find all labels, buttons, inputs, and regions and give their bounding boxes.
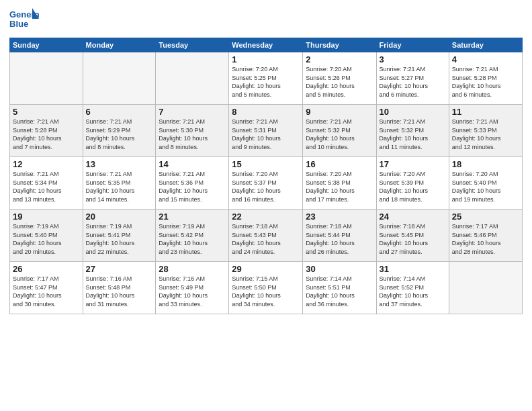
day-info: Sunrise: 7:19 AM Sunset: 5:42 PM Dayligh… [159,222,226,256]
calendar-day-cell: 27Sunrise: 7:16 AM Sunset: 5:48 PM Dayli… [83,262,156,314]
page-header: General Blue [9,7,523,34]
day-number: 25 [452,212,519,222]
day-number: 9 [306,107,373,117]
calendar-week-row: 1Sunrise: 7:20 AM Sunset: 5:25 PM Daylig… [10,52,523,105]
calendar-day-cell [10,52,83,105]
day-info: Sunrise: 7:21 AM Sunset: 5:30 PM Dayligh… [159,118,226,151]
calendar-week-row: 19Sunrise: 7:19 AM Sunset: 5:40 PM Dayli… [10,210,523,262]
day-number: 13 [86,159,153,169]
day-number: 23 [306,212,373,222]
day-number: 24 [380,212,446,222]
day-info: Sunrise: 7:21 AM Sunset: 5:27 PM Dayligh… [380,65,446,99]
day-info: Sunrise: 7:16 AM Sunset: 5:48 PM Dayligh… [86,275,153,308]
calendar-day-cell: 21Sunrise: 7:19 AM Sunset: 5:42 PM Dayli… [156,210,229,262]
day-number: 19 [13,212,80,222]
calendar-day-cell: 8Sunrise: 7:21 AM Sunset: 5:31 PM Daylig… [229,105,303,157]
day-info: Sunrise: 7:21 AM Sunset: 5:36 PM Dayligh… [159,170,226,203]
day-info: Sunrise: 7:20 AM Sunset: 5:25 PM Dayligh… [232,65,300,99]
day-info: Sunrise: 7:21 AM Sunset: 5:29 PM Dayligh… [86,118,153,151]
calendar-day-cell: 18Sunrise: 7:20 AM Sunset: 5:40 PM Dayli… [449,157,522,210]
page-container: General Blue SundayMondayTuesdayWednesda… [0,0,532,411]
calendar-header-row: SundayMondayTuesdayWednesdayThursdayFrid… [10,38,523,52]
calendar-day-cell: 7Sunrise: 7:21 AM Sunset: 5:30 PM Daylig… [156,105,229,157]
calendar-week-row: 26Sunrise: 7:17 AM Sunset: 5:47 PM Dayli… [10,262,523,314]
day-number: 14 [159,159,226,169]
day-info: Sunrise: 7:14 AM Sunset: 5:51 PM Dayligh… [306,275,373,308]
weekday-header: Friday [376,38,449,52]
calendar-day-cell [156,52,229,105]
day-number: 10 [380,107,446,117]
day-info: Sunrise: 7:21 AM Sunset: 5:33 PM Dayligh… [452,118,519,151]
calendar-day-cell: 24Sunrise: 7:18 AM Sunset: 5:45 PM Dayli… [376,210,449,262]
weekday-header: Tuesday [156,38,229,52]
calendar-day-cell: 30Sunrise: 7:14 AM Sunset: 5:51 PM Dayli… [303,262,376,314]
day-info: Sunrise: 7:21 AM Sunset: 5:32 PM Dayligh… [306,118,373,151]
calendar-day-cell: 13Sunrise: 7:21 AM Sunset: 5:35 PM Dayli… [83,157,156,210]
day-number: 17 [380,159,446,169]
day-number: 27 [86,264,153,274]
day-info: Sunrise: 7:20 AM Sunset: 5:26 PM Dayligh… [306,65,373,99]
day-info: Sunrise: 7:18 AM Sunset: 5:44 PM Dayligh… [306,222,373,256]
day-info: Sunrise: 7:21 AM Sunset: 5:31 PM Dayligh… [232,118,300,151]
day-number: 26 [13,264,80,274]
calendar-day-cell: 10Sunrise: 7:21 AM Sunset: 5:32 PM Dayli… [376,105,449,157]
day-number: 8 [232,107,300,117]
day-number: 30 [306,264,373,274]
day-info: Sunrise: 7:16 AM Sunset: 5:49 PM Dayligh… [159,275,226,308]
day-number: 4 [452,54,519,64]
day-info: Sunrise: 7:20 AM Sunset: 5:40 PM Dayligh… [452,170,519,203]
day-number: 31 [380,264,446,274]
calendar-day-cell: 4Sunrise: 7:21 AM Sunset: 5:28 PM Daylig… [449,52,522,105]
day-number: 1 [232,54,300,64]
day-info: Sunrise: 7:18 AM Sunset: 5:43 PM Dayligh… [232,222,300,256]
day-info: Sunrise: 7:19 AM Sunset: 5:40 PM Dayligh… [13,222,80,256]
day-number: 12 [13,159,80,169]
calendar-day-cell: 19Sunrise: 7:19 AM Sunset: 5:40 PM Dayli… [10,210,83,262]
calendar-day-cell: 22Sunrise: 7:18 AM Sunset: 5:43 PM Dayli… [229,210,303,262]
calendar-day-cell: 14Sunrise: 7:21 AM Sunset: 5:36 PM Dayli… [156,157,229,210]
day-number: 29 [232,264,300,274]
calendar-day-cell: 16Sunrise: 7:20 AM Sunset: 5:38 PM Dayli… [303,157,376,210]
day-info: Sunrise: 7:18 AM Sunset: 5:45 PM Dayligh… [380,222,446,256]
day-info: Sunrise: 7:21 AM Sunset: 5:35 PM Dayligh… [86,170,153,203]
calendar-day-cell [83,52,156,105]
weekday-header: Monday [83,38,156,52]
calendar-day-cell: 17Sunrise: 7:20 AM Sunset: 5:39 PM Dayli… [376,157,449,210]
calendar-day-cell: 11Sunrise: 7:21 AM Sunset: 5:33 PM Dayli… [449,105,522,157]
calendar-day-cell: 25Sunrise: 7:17 AM Sunset: 5:46 PM Dayli… [449,210,522,262]
calendar-day-cell: 15Sunrise: 7:20 AM Sunset: 5:37 PM Dayli… [229,157,303,210]
calendar-day-cell: 6Sunrise: 7:21 AM Sunset: 5:29 PM Daylig… [83,105,156,157]
weekday-header: Thursday [303,38,376,52]
day-number: 20 [86,212,153,222]
day-info: Sunrise: 7:21 AM Sunset: 5:28 PM Dayligh… [452,65,519,99]
logo: General Blue [9,7,39,34]
calendar-day-cell: 29Sunrise: 7:15 AM Sunset: 5:50 PM Dayli… [229,262,303,314]
calendar-day-cell: 2Sunrise: 7:20 AM Sunset: 5:26 PM Daylig… [303,52,376,105]
day-info: Sunrise: 7:15 AM Sunset: 5:50 PM Dayligh… [232,275,300,308]
day-number: 15 [232,159,300,169]
day-number: 21 [159,212,226,222]
calendar-table: SundayMondayTuesdayWednesdayThursdayFrid… [9,38,523,314]
calendar-day-cell: 23Sunrise: 7:18 AM Sunset: 5:44 PM Dayli… [303,210,376,262]
weekday-header: Saturday [449,38,522,52]
day-info: Sunrise: 7:20 AM Sunset: 5:37 PM Dayligh… [232,170,300,203]
day-number: 11 [452,107,519,117]
calendar-day-cell: 20Sunrise: 7:19 AM Sunset: 5:41 PM Dayli… [83,210,156,262]
day-info: Sunrise: 7:20 AM Sunset: 5:38 PM Dayligh… [306,170,373,203]
calendar-day-cell: 1Sunrise: 7:20 AM Sunset: 5:25 PM Daylig… [229,52,303,105]
day-number: 22 [232,212,300,222]
day-info: Sunrise: 7:17 AM Sunset: 5:47 PM Dayligh… [13,275,80,308]
day-number: 2 [306,54,373,64]
calendar-day-cell: 12Sunrise: 7:21 AM Sunset: 5:34 PM Dayli… [10,157,83,210]
day-info: Sunrise: 7:21 AM Sunset: 5:34 PM Dayligh… [13,170,80,203]
calendar-week-row: 5Sunrise: 7:21 AM Sunset: 5:28 PM Daylig… [10,105,523,157]
calendar-day-cell: 9Sunrise: 7:21 AM Sunset: 5:32 PM Daylig… [303,105,376,157]
svg-text:Blue: Blue [9,19,28,29]
day-number: 28 [159,264,226,274]
calendar-day-cell [449,262,522,314]
day-number: 18 [452,159,519,169]
day-info: Sunrise: 7:20 AM Sunset: 5:39 PM Dayligh… [380,170,446,203]
calendar-day-cell: 28Sunrise: 7:16 AM Sunset: 5:49 PM Dayli… [156,262,229,314]
weekday-header: Sunday [10,38,83,52]
logo-icon: General Blue [9,7,39,34]
